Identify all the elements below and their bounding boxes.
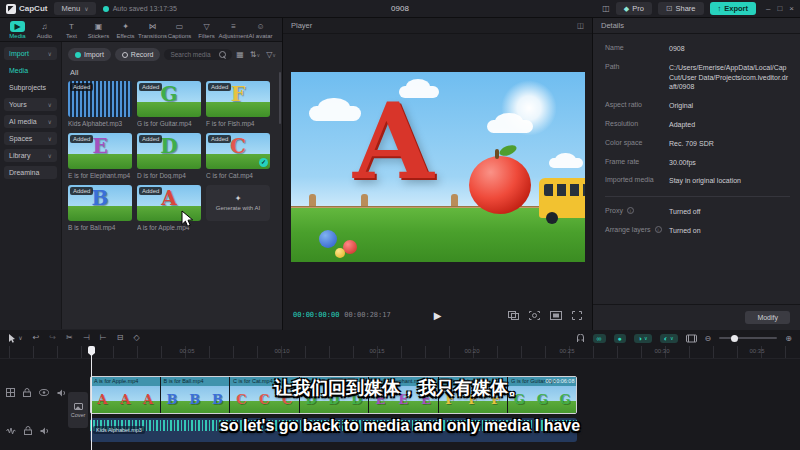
linkage-toggle[interactable]: ◑∨ — [634, 334, 652, 343]
duration-time: 00:00:28:17 — [344, 311, 390, 319]
timeline-zoom-slider[interactable] — [719, 337, 777, 339]
scene-ball-red — [343, 240, 357, 254]
split-icon[interactable]: ✂ — [66, 333, 73, 342]
media-search[interactable] — [164, 49, 232, 60]
export-icon: ↑ — [718, 4, 722, 13]
zoom-in-icon[interactable]: ⊕ — [785, 334, 792, 343]
audio-icon: ♫ — [42, 21, 48, 32]
video-thumbnail[interactable]: Added B — [68, 185, 132, 221]
media-item-e[interactable]: Added E E is for Elephant.mp4 — [68, 133, 132, 179]
generate-with-ai-card[interactable]: ✦ Generate with AI — [206, 185, 270, 231]
export-button[interactable]: ↑ Export — [710, 2, 757, 15]
sidebar-item-dreamina[interactable]: Dreamina — [4, 166, 57, 179]
filter-all-dropdown[interactable]: All — [62, 61, 282, 81]
play-button[interactable]: ▶ — [434, 310, 442, 321]
tab-captions[interactable]: ▭ Captions — [166, 20, 193, 39]
tab-filters[interactable]: ▽ Filters — [193, 20, 220, 39]
player-options-icon[interactable]: ◫ — [577, 21, 584, 30]
delete-left-icon[interactable]: ⊣ — [83, 333, 90, 342]
delete-icon[interactable]: ⊟ — [117, 333, 124, 342]
modify-button[interactable]: Modify — [745, 311, 790, 324]
added-badge: Added — [70, 83, 93, 91]
tab-stickers[interactable]: ▣ Stickers — [85, 20, 112, 39]
maximize-button[interactable]: □ — [777, 4, 782, 13]
tab-media[interactable]: ▶ Media — [4, 20, 31, 39]
scene-ball-yellow — [335, 248, 345, 258]
media-item-c[interactable]: Added C ✓ C is for Cat.mp4 — [206, 133, 270, 179]
chevron-down-icon: ∨ — [48, 118, 52, 125]
sidebar-item-spaces[interactable]: Spaces∨ — [4, 132, 57, 145]
sidebar-item-library[interactable]: Library∨ — [4, 149, 57, 162]
media-scrollbar[interactable] — [279, 72, 281, 124]
search-input[interactable] — [170, 51, 216, 58]
video-thumbnail[interactable]: Added F — [206, 81, 270, 117]
share-button[interactable]: ⊡ Share — [658, 2, 704, 15]
close-button[interactable]: × — [789, 4, 794, 13]
import-button[interactable]: Import — [68, 48, 111, 61]
video-thumbnail[interactable]: Added G — [137, 81, 201, 117]
preview-axis-toggle[interactable]: ◐∨ — [660, 334, 678, 343]
filter-icon[interactable]: ▽∨ — [266, 50, 276, 59]
player-title: Player — [291, 21, 312, 30]
video-thumbnail[interactable]: Added D — [137, 133, 201, 169]
pro-button[interactable]: ◆ Pro — [616, 2, 652, 15]
timeline-ruler[interactable]: 00:05 00:10 00:15 00:20 00:25 00:30 00:3… — [0, 346, 800, 359]
media-item-name: E is for Elephant.mp4 — [68, 172, 132, 179]
snap-toggle[interactable]: ∞ — [593, 334, 606, 343]
redo-icon[interactable]: ↪ — [49, 333, 56, 342]
media-item-name: C is for Cat.mp4 — [206, 172, 270, 179]
tab-adjustment[interactable]: ≡ Adjustment — [220, 20, 247, 39]
sidebar-item-yours[interactable]: Yours∨ — [4, 98, 57, 111]
effects-icon: ✦ — [122, 21, 129, 32]
delete-right-icon[interactable]: ⊢ — [100, 333, 107, 342]
tab-text[interactable]: T Text — [58, 20, 85, 39]
media-item-name: B is for Ball.mp4 — [68, 224, 132, 231]
fullscreen-icon[interactable] — [572, 311, 582, 320]
focus-icon[interactable] — [529, 311, 540, 320]
marker-icon[interactable]: ◇ — [133, 333, 139, 342]
added-badge: Added — [70, 135, 93, 143]
capcut-logo-icon — [6, 4, 16, 14]
menu-button[interactable]: Menu∨ — [54, 2, 95, 15]
tab-effects[interactable]: ✦ Effects — [112, 20, 139, 39]
sidebar-item-import[interactable]: Import∨ — [4, 47, 57, 60]
preview-frame-icon[interactable] — [686, 334, 697, 343]
sidebar-item-ai-media[interactable]: AI media∨ — [4, 115, 57, 128]
main-track-magnet-toggle[interactable]: ● — [614, 334, 626, 343]
sparkle-icon: ✦ — [235, 194, 242, 203]
select-tool[interactable]: ∨ — [8, 333, 23, 342]
zoom-out-icon[interactable]: ⊖ — [705, 334, 712, 343]
media-item-audio[interactable]: Added Kids Alphabet.mp3 — [68, 81, 132, 127]
media-item-g[interactable]: Added G G is for Guitar.mp4 — [137, 81, 201, 127]
grid-view-icon[interactable]: ▦ — [236, 50, 244, 59]
captions-icon: ▭ — [176, 21, 184, 32]
sidebar-item-media[interactable]: Media — [4, 64, 57, 77]
magnet-icon[interactable] — [576, 334, 585, 343]
compare-icon[interactable] — [508, 311, 519, 320]
scene-cloud — [549, 158, 583, 168]
audio-thumbnail[interactable]: Added — [68, 81, 132, 117]
undo-icon[interactable]: ↩ — [33, 333, 40, 342]
media-item-b[interactable]: Added B B is for Ball.mp4 — [68, 185, 132, 231]
media-item-d[interactable]: Added D D is for Dog.mp4 — [137, 133, 201, 179]
video-preview[interactable]: A — [291, 72, 585, 262]
tab-transitions[interactable]: ⋈ Transitions — [139, 20, 166, 39]
media-item-f[interactable]: Added F F is for Fish.mp4 — [206, 81, 270, 127]
tab-ai-avatar[interactable]: ☺ AI avatar — [247, 20, 274, 39]
info-icon[interactable]: i — [655, 226, 662, 233]
video-thumbnail[interactable]: Added C ✓ — [206, 133, 270, 169]
record-button[interactable]: Record — [115, 48, 161, 61]
sidebar-item-subprojects[interactable]: Subprojects — [4, 81, 57, 94]
sort-icon[interactable]: ⇅∨ — [250, 50, 260, 59]
player-controls: 00:00:00:00 00:00:28:17 ▶ — [283, 300, 592, 330]
info-icon[interactable]: i — [627, 207, 634, 214]
capcut-logo: CapCut — [6, 4, 47, 14]
cover-image-icon — [74, 403, 83, 410]
minimize-button[interactable]: – — [766, 4, 770, 13]
ratio-icon[interactable] — [550, 311, 562, 320]
video-thumbnail[interactable]: Added E — [68, 133, 132, 169]
layout-icon[interactable]: ◫ — [602, 4, 610, 13]
current-time: 00:00:00:00 — [293, 311, 339, 319]
tab-audio[interactable]: ♫ Audio — [31, 20, 58, 39]
import-icon — [75, 52, 81, 58]
